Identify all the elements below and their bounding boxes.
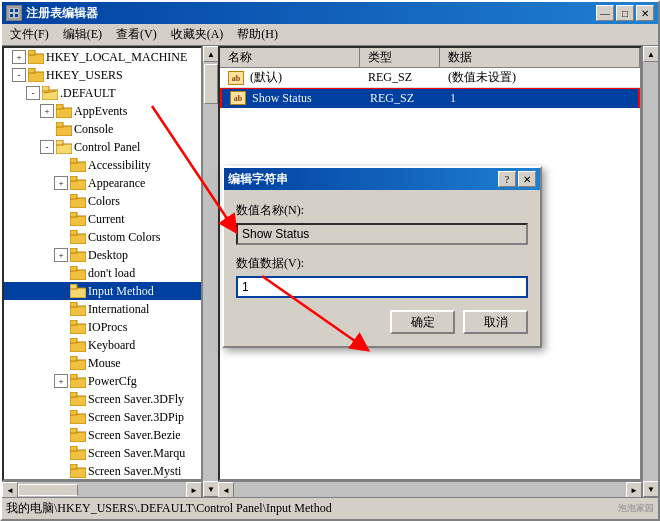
dialog-cancel-button[interactable]: 取消 <box>463 310 528 334</box>
menu-help[interactable]: 帮助(H) <box>231 24 284 45</box>
minimize-button[interactable]: — <box>596 5 614 21</box>
row-default-name: ab (默认) <box>220 67 360 88</box>
tree-item-mouse[interactable]: Mouse <box>4 354 201 372</box>
ab-icon-showstatus: ab <box>230 91 246 105</box>
menu-bar: 文件(F) 编辑(E) 查看(V) 收藏夹(A) 帮助(H) <box>2 24 658 46</box>
svg-rect-53 <box>70 464 77 469</box>
tree-item-current[interactable]: Current <box>4 210 201 228</box>
menu-file[interactable]: 文件(F) <box>4 24 55 45</box>
tree-label-hku: HKEY_USERS <box>46 68 123 83</box>
tree-label-appearance: Appearance <box>88 176 145 191</box>
list-row-showstatus[interactable]: ab Show Status REG_SZ 1 <box>220 88 640 108</box>
tree-horiz-scrollbar[interactable]: ◄ ► <box>2 481 202 497</box>
tree-item-dontload[interactable]: don't load <box>4 264 201 282</box>
expand-controlpanel[interactable]: - <box>40 140 54 154</box>
status-logo: 泡泡家园 <box>618 502 654 515</box>
col-header-type: 类型 <box>360 47 440 68</box>
dialog-name-label: 数值名称(N): <box>236 202 528 219</box>
tree-label-inputmethod: Input Method <box>88 284 154 299</box>
close-button[interactable]: ✕ <box>636 5 654 21</box>
expand-hklm[interactable]: + <box>12 50 26 64</box>
tree-item-appevents[interactable]: + AppEvents <box>4 102 201 120</box>
tree-item-ssmarqu[interactable]: Screen Saver.Marqu <box>4 444 201 462</box>
svg-rect-21 <box>70 176 77 181</box>
maximize-button[interactable]: □ <box>616 5 634 21</box>
tree-label-colors: Colors <box>88 194 120 209</box>
tree-label-ssbezie: Screen Saver.Bezie <box>88 428 181 443</box>
expand-default[interactable]: - <box>26 86 40 100</box>
dialog-ok-button[interactable]: 确定 <box>390 310 455 334</box>
expand-appearance[interactable]: + <box>54 176 68 190</box>
tree-item-customcolors[interactable]: Custom Colors <box>4 228 201 246</box>
tree-item-ssbezie[interactable]: Screen Saver.Bezie <box>4 426 201 444</box>
tree-label-keyboard: Keyboard <box>88 338 135 353</box>
tree-scroll-track-v[interactable] <box>203 62 218 481</box>
svg-rect-51 <box>70 446 77 451</box>
svg-rect-23 <box>70 194 77 199</box>
svg-rect-43 <box>70 374 77 379</box>
content-area: + HKEY_LOCAL_MACHINE - <box>2 46 658 497</box>
tree-panel[interactable]: + HKEY_LOCAL_MACHINE - <box>2 46 202 481</box>
right-scroll-up[interactable]: ▲ <box>643 46 658 62</box>
svg-rect-4 <box>15 14 18 17</box>
title-buttons: — □ ✕ <box>596 5 654 21</box>
svg-rect-41 <box>70 356 77 361</box>
svg-rect-45 <box>70 392 77 397</box>
tree-item-hku[interactable]: - HKEY_USERS <box>4 66 201 84</box>
tree-item-powercfg[interactable]: + PowerCfg <box>4 372 201 390</box>
svg-rect-49 <box>70 428 77 433</box>
tree-item-default[interactable]: - .DEFAULT <box>4 84 201 102</box>
dialog-value-input[interactable] <box>236 276 528 298</box>
svg-rect-3 <box>10 14 13 17</box>
tree-vert-scrollbar[interactable]: ▲ ▼ <box>202 46 218 497</box>
tree-item-ss3dfly[interactable]: Screen Saver.3DFly <box>4 390 201 408</box>
svg-rect-2 <box>15 9 18 12</box>
main-body: + HKEY_LOCAL_MACHINE - <box>2 46 658 519</box>
tree-scroll-track[interactable] <box>18 482 186 497</box>
tree-scroll-left[interactable]: ◄ <box>2 482 18 497</box>
tree-item-inputmethod[interactable]: Input Method <box>4 282 201 300</box>
expand-powercfg[interactable]: + <box>54 374 68 388</box>
tree-item-international[interactable]: International <box>4 300 201 318</box>
tree-item-hklm[interactable]: + HKEY_LOCAL_MACHINE <box>4 48 201 66</box>
menu-favorites[interactable]: 收藏夹(A) <box>165 24 230 45</box>
right-scroll-right[interactable]: ► <box>626 482 642 497</box>
col-header-data: 数据 <box>440 47 640 68</box>
tree-label-appevents: AppEvents <box>74 104 127 119</box>
right-scroll-down[interactable]: ▼ <box>643 481 658 497</box>
list-row-default[interactable]: ab (默认) REG_SZ (数值未设置) <box>220 68 640 88</box>
tree-item-desktop[interactable]: + Desktop <box>4 246 201 264</box>
tree-scroll-up[interactable]: ▲ <box>203 46 219 62</box>
tree-label-dontload: don't load <box>88 266 135 281</box>
tree-label-ioprocs: IOProcs <box>88 320 127 335</box>
dialog-close-btn[interactable]: ✕ <box>518 171 536 187</box>
tree-item-ss3dpip[interactable]: Screen Saver.3DPip <box>4 408 201 426</box>
expand-appevents[interactable]: + <box>40 104 54 118</box>
right-vert-scrollbar[interactable]: ▲ ▼ <box>642 46 658 497</box>
menu-edit[interactable]: 编辑(E) <box>57 24 108 45</box>
right-scroll-track-v[interactable] <box>643 62 658 481</box>
tree-item-colors[interactable]: Colors <box>4 192 201 210</box>
tree-scroll-right[interactable]: ► <box>186 482 202 497</box>
tree-item-controlpanel[interactable]: - Control Panel <box>4 138 201 156</box>
tree-scroll-down[interactable]: ▼ <box>203 481 219 497</box>
expand-desktop[interactable]: + <box>54 248 68 262</box>
dialog-help-btn[interactable]: ? <box>498 171 516 187</box>
menu-view[interactable]: 查看(V) <box>110 24 163 45</box>
tree-item-appearance[interactable]: + Appearance <box>4 174 201 192</box>
tree-item-keyboard[interactable]: Keyboard <box>4 336 201 354</box>
tree-item-console[interactable]: Console <box>4 120 201 138</box>
tree-item-ioprocs[interactable]: IOProcs <box>4 318 201 336</box>
expand-hku[interactable]: - <box>12 68 26 82</box>
tree-label-ss3dfly: Screen Saver.3DFly <box>88 392 184 407</box>
tree-item-ssmysti[interactable]: Screen Saver.Mysti <box>4 462 201 480</box>
tree-item-accessibility[interactable]: Accessibility <box>4 156 201 174</box>
dialog-buttons: 确定 取消 <box>236 310 528 334</box>
right-scroll-left[interactable]: ◄ <box>218 482 234 497</box>
right-horiz-scrollbar[interactable]: ◄ ► <box>218 481 642 497</box>
dialog-data-label: 数值数据(V): <box>236 255 528 272</box>
tree-label-console: Console <box>74 122 113 137</box>
row-default-type: REG_SZ <box>360 68 440 87</box>
svg-rect-33 <box>70 284 77 289</box>
right-scroll-track-h[interactable] <box>234 482 626 497</box>
